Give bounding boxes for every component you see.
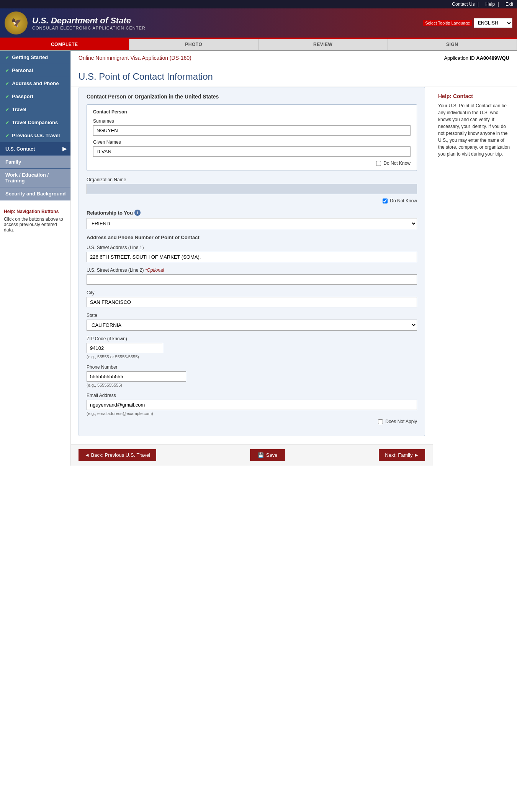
email-hint: (e.g., emailaddress@example.com) [87, 411, 417, 416]
app-id: AA00489WQU [476, 55, 509, 61]
app-info-bar: Online Nonimmigrant Visa Application (DS… [71, 51, 517, 65]
sidebar-item-work-education-training[interactable]: Work / Education / Training [0, 169, 70, 187]
given-names-label: Given Names [93, 139, 411, 145]
do-not-know-row: Do Not Know [93, 161, 411, 166]
tab-complete[interactable]: COMPLETE [0, 39, 129, 50]
help-text: Your U.S. Point of Contact can be any in… [438, 102, 512, 157]
org-do-not-know-label: Do Not Know [390, 198, 417, 203]
email-input[interactable] [87, 400, 417, 410]
sidebar-help: Help: Navigation Buttons Click on the bu… [0, 204, 70, 237]
sidebar-item-us-contact[interactable]: U.S. Contact ▶ [0, 142, 70, 156]
street1-label: U.S. Street Address (Line 1) [87, 245, 417, 250]
phone-input[interactable] [87, 371, 186, 382]
street2-input[interactable] [87, 274, 417, 285]
street1-group: U.S. Street Address (Line 1) [87, 245, 417, 262]
save-label: Save [266, 452, 278, 458]
header: 🦅 U.S. Department of State CONSULAR ELEC… [0, 8, 517, 39]
page-title: U.S. Point of Contact Information [71, 65, 517, 87]
form-section-title: Contact Person or Organization in the Un… [87, 94, 417, 100]
app-id-area: Application ID AA00489WQU [444, 55, 509, 61]
sidebar: ✓ Getting Started ✓ Personal ✓ Address a… [0, 51, 71, 466]
tab-sign[interactable]: SIGN [388, 39, 517, 50]
tab-photo[interactable]: PHOTO [129, 39, 259, 50]
city-input[interactable] [87, 297, 417, 307]
language-select[interactable]: ENGLISH [474, 18, 512, 28]
surnames-input[interactable] [93, 125, 411, 136]
does-not-apply-checkbox[interactable] [378, 419, 383, 424]
tooltip-language-label: Select Tooltip Language [423, 20, 472, 26]
relationship-label: Relationship to You [87, 210, 133, 216]
exit-link[interactable]: Exit [506, 2, 513, 7]
sidebar-item-security-and-background[interactable]: Security and Background [0, 187, 70, 200]
top-bar: Contact Us | Help | Exit [0, 0, 517, 8]
sidebar-help-title: Help: Navigation Buttons [4, 209, 67, 214]
email-label: Email Address [87, 393, 417, 398]
sidebar-item-personal[interactable]: ✓ Personal [0, 64, 70, 77]
zip-group: ZIP Code (if known) (e.g., 55555 or 5555… [87, 336, 417, 359]
zip-hint: (e.g., 55555 or 55555-5555) [87, 354, 417, 359]
sidebar-item-previous-us-travel[interactable]: ✓ Previous U.S. Travel [0, 129, 70, 142]
department-name: U.S. Department of State [32, 16, 146, 26]
address-section-title: Address and Phone Number of Point of Con… [87, 235, 417, 240]
center-subtitle: CONSULAR ELECTRONIC APPLICATION CENTER [32, 26, 146, 30]
app-link[interactable]: Online Nonimmigrant Visa Application (DS… [79, 55, 191, 61]
org-name-input[interactable] [87, 184, 417, 194]
do-not-know-label: Do Not Know [383, 161, 411, 166]
state-select[interactable]: CALIFORNIA NEW YORK TEXAS FLORIDA [87, 320, 417, 331]
help-link[interactable]: Help [485, 2, 495, 7]
contact-person-title: Contact Person [93, 109, 411, 115]
state-group: State CALIFORNIA NEW YORK TEXAS FLORIDA [87, 313, 417, 331]
next-button[interactable]: Next: Family ► [379, 449, 425, 461]
sidebar-item-passport[interactable]: ✓ Passport [0, 90, 70, 103]
street2-optional: *Optional [145, 267, 164, 273]
state-label: State [87, 313, 417, 318]
do-not-know-checkbox[interactable] [376, 161, 381, 166]
main-layout: ✓ Getting Started ✓ Personal ✓ Address a… [0, 51, 517, 466]
zip-input[interactable] [87, 343, 163, 353]
form-section: Contact Person or Organization in the Un… [71, 87, 433, 466]
sidebar-item-travel[interactable]: ✓ Travel [0, 103, 70, 116]
street2-group: U.S. Street Address (Line 2) *Optional [87, 267, 417, 285]
sidebar-help-text: Click on the buttons above to access pre… [4, 217, 67, 233]
street1-input[interactable] [87, 252, 417, 262]
bottom-nav: ◄ Back: Previous U.S. Travel 💾 Save Next… [71, 444, 433, 466]
sidebar-item-travel-companions[interactable]: ✓ Travel Companions [0, 116, 70, 129]
help-panel: Help: Contact Your U.S. Point of Contact… [433, 87, 517, 466]
relationship-select[interactable]: FRIEND RELATIVE EMPLOYER SCHOOL OTHER [87, 218, 417, 229]
main-content-wrapper: Contact Person or Organization in the Un… [71, 87, 517, 466]
contact-person-box: Contact Person Surnames Given Names Do N… [87, 104, 417, 171]
form-card: Contact Person or Organization in the Un… [79, 87, 425, 436]
info-icon[interactable]: i [134, 210, 141, 216]
phone-label: Phone Number [87, 364, 417, 370]
tab-review[interactable]: REVIEW [258, 39, 388, 50]
city-group: City [87, 290, 417, 307]
sidebar-item-family[interactable]: Family [0, 156, 70, 169]
street2-label: U.S. Street Address (Line 2) [87, 267, 144, 273]
sidebar-item-getting-started[interactable]: ✓ Getting Started [0, 51, 70, 64]
relationship-row: Relationship to You i FRIEND RELATIVE EM… [87, 210, 417, 229]
phone-group: Phone Number (e.g., 5555555555) [87, 364, 417, 387]
given-names-input[interactable] [93, 146, 411, 157]
sidebar-item-address-and-phone[interactable]: ✓ Address and Phone [0, 77, 70, 90]
phone-hint: (e.g., 5555555555) [87, 383, 417, 387]
email-group: Email Address (e.g., emailaddress@exampl… [87, 393, 417, 424]
help-heading: Help: Contact [438, 93, 512, 99]
back-button[interactable]: ◄ Back: Previous U.S. Travel [79, 449, 156, 461]
header-right: Select Tooltip Language ENGLISH [423, 18, 512, 28]
eagle-logo: 🦅 [5, 11, 28, 34]
org-name-label: Organization Name [87, 177, 417, 182]
save-icon: 💾 [258, 452, 264, 458]
contact-us-link[interactable]: Contact Us [452, 2, 474, 7]
save-button[interactable]: 💾 Save [250, 449, 285, 461]
does-not-apply-label: Does Not Apply [385, 419, 417, 424]
org-do-not-know-checkbox[interactable] [383, 198, 388, 203]
nav-tabs: COMPLETE PHOTO REVIEW SIGN [0, 39, 517, 51]
surnames-label: Surnames [93, 118, 411, 124]
header-left: 🦅 U.S. Department of State CONSULAR ELEC… [5, 11, 146, 34]
zip-label: ZIP Code (if known) [87, 336, 417, 341]
does-not-apply-row: Does Not Apply [87, 419, 417, 424]
org-do-not-know-row: Do Not Know [87, 198, 417, 203]
city-label: City [87, 290, 417, 295]
arrow-icon: ▶ [62, 146, 67, 152]
header-title: U.S. Department of State CONSULAR ELECTR… [32, 16, 146, 30]
